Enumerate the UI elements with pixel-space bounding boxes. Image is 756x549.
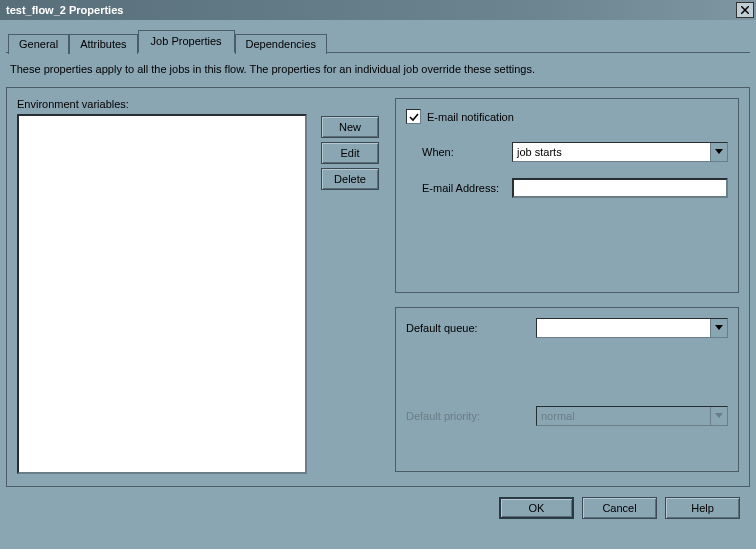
default-queue-arrow[interactable] bbox=[710, 319, 727, 337]
chevron-down-icon bbox=[715, 413, 723, 419]
when-select[interactable]: job starts bbox=[512, 142, 728, 162]
checkmark-icon bbox=[409, 112, 419, 122]
default-priority-select: normal bbox=[536, 406, 728, 426]
ok-button[interactable]: OK bbox=[499, 497, 574, 519]
tabs: General Attributes Job Properties Depend… bbox=[8, 30, 750, 53]
cancel-button[interactable]: Cancel bbox=[582, 497, 657, 519]
email-notification-panel: E-mail notification When: job starts E-m… bbox=[395, 98, 739, 293]
env-variables-label: Environment variables: bbox=[17, 98, 307, 110]
default-priority-arrow bbox=[710, 407, 727, 425]
tab-general[interactable]: General bbox=[8, 34, 69, 54]
titlebar: test_flow_2 Properties bbox=[0, 0, 756, 20]
edit-button[interactable]: Edit bbox=[321, 142, 379, 164]
email-address-input[interactable] bbox=[512, 178, 728, 198]
window-title: test_flow_2 Properties bbox=[6, 4, 123, 16]
when-label: When: bbox=[422, 146, 512, 158]
help-button[interactable]: Help bbox=[665, 497, 740, 519]
email-notification-label: E-mail notification bbox=[427, 111, 514, 123]
env-variables-listbox[interactable] bbox=[17, 114, 307, 474]
default-queue-label: Default queue: bbox=[406, 322, 536, 334]
chevron-down-icon bbox=[715, 325, 723, 331]
dialog-buttons: OK Cancel Help bbox=[6, 497, 740, 519]
main-panel: Environment variables: New Edit Delete E… bbox=[6, 87, 750, 487]
default-queue-select[interactable] bbox=[536, 318, 728, 338]
default-priority-label: Default priority: bbox=[406, 410, 536, 422]
close-icon bbox=[741, 6, 749, 14]
delete-button[interactable]: Delete bbox=[321, 168, 379, 190]
email-notification-checkbox[interactable] bbox=[406, 109, 421, 124]
new-button[interactable]: New bbox=[321, 116, 379, 138]
tab-job-properties[interactable]: Job Properties bbox=[138, 30, 235, 53]
when-select-arrow[interactable] bbox=[710, 143, 727, 161]
default-priority-value: normal bbox=[541, 410, 575, 422]
tab-description: These properties apply to all the jobs i… bbox=[10, 63, 746, 75]
chevron-down-icon bbox=[715, 149, 723, 155]
tab-attributes[interactable]: Attributes bbox=[69, 34, 137, 54]
tab-dependencies[interactable]: Dependencies bbox=[235, 34, 327, 54]
when-select-value: job starts bbox=[517, 146, 562, 158]
default-queue-panel: Default queue: Default priority: normal bbox=[395, 307, 739, 472]
email-address-label: E-mail Address: bbox=[422, 182, 512, 194]
close-button[interactable] bbox=[736, 2, 754, 18]
